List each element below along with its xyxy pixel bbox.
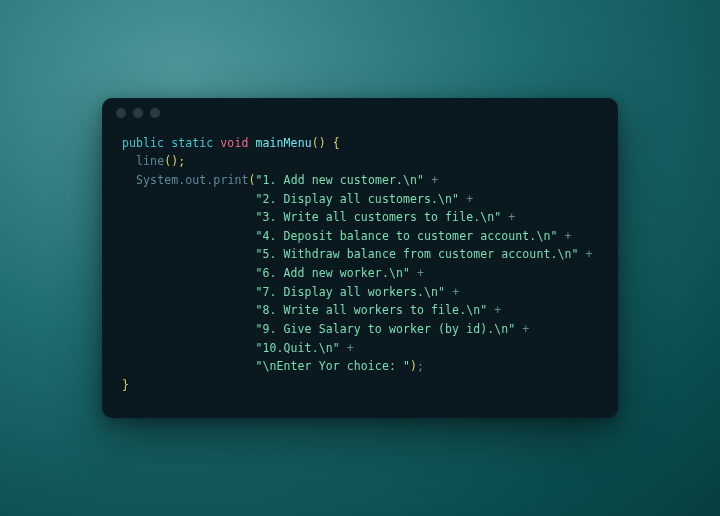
string-literal: "4. Deposit balance to customer account.… [255, 229, 557, 243]
string-literal: "8. Write all workers to file.\n" [255, 303, 487, 317]
ident-print: print [213, 173, 248, 187]
plus-op: + [565, 229, 572, 243]
plus-op: + [431, 173, 438, 187]
string-literal: "\nEnter Yor choice: " [255, 359, 410, 373]
minimize-icon[interactable] [133, 108, 143, 118]
plus-op: + [508, 210, 515, 224]
zoom-icon[interactable] [150, 108, 160, 118]
string-literal: "9. Give Salary to worker (by id).\n" [255, 322, 515, 336]
paren-close: ) [410, 359, 417, 373]
call-line: line [136, 154, 164, 168]
brace-open: { [333, 136, 340, 150]
string-literal: "10.Quit.\n" [255, 341, 339, 355]
code-block: public static void mainMenu() { line(); … [102, 128, 618, 419]
close-icon[interactable] [116, 108, 126, 118]
plus-op: + [417, 266, 424, 280]
plus-op: + [494, 303, 501, 317]
paren-open: ( [248, 173, 255, 187]
plus-op: + [466, 192, 473, 206]
titlebar [102, 98, 618, 128]
keyword-modifier: public static [122, 136, 213, 150]
code-window: public static void mainMenu() { line(); … [102, 98, 618, 419]
string-literal: "1. Add new customer.\n" [256, 173, 425, 187]
string-literal: "7. Display all workers.\n" [255, 285, 445, 299]
plus-op: + [347, 341, 354, 355]
string-literal: "6. Add new worker.\n" [255, 266, 410, 280]
function-name: mainMenu [255, 136, 311, 150]
plus-op: + [452, 285, 459, 299]
call-line-rest: (); [164, 154, 185, 168]
plus-op: + [522, 322, 529, 336]
string-literal: "5. Withdraw balance from customer accou… [255, 247, 578, 261]
ident-out: out [185, 173, 206, 187]
ident-system: System [136, 173, 178, 187]
plus-op: + [586, 247, 593, 261]
brace-close: } [122, 378, 129, 392]
semicolon: ; [417, 359, 424, 373]
keyword-void: void [220, 136, 248, 150]
string-literal: "3. Write all customers to file.\n" [255, 210, 501, 224]
string-literal: "2. Display all customers.\n" [255, 192, 459, 206]
paren-group: () [312, 136, 326, 150]
